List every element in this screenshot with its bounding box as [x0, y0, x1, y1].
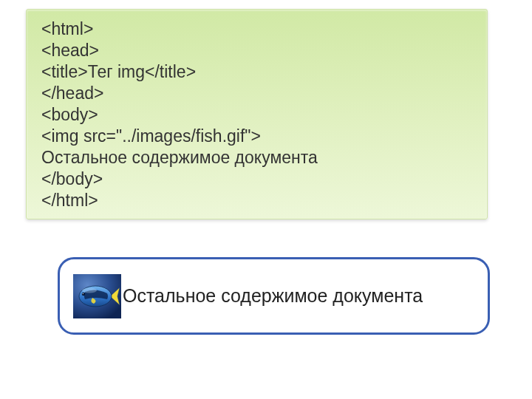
- svg-point-4: [82, 287, 97, 293]
- code-line: <img src="../images/fish.gif">: [41, 126, 472, 147]
- code-line: <head>: [41, 40, 472, 61]
- svg-point-2: [82, 292, 85, 295]
- fish-icon: [73, 274, 121, 318]
- code-line: </body>: [41, 168, 472, 190]
- code-line: <title>Тег img</title>: [41, 61, 472, 83]
- code-line: Остальное содержимое документа: [41, 147, 472, 168]
- code-line: </html>: [41, 190, 472, 211]
- result-text: Остальное содержимое документа: [123, 285, 423, 307]
- code-line: </head>: [41, 83, 472, 104]
- code-line: <body>: [41, 104, 472, 126]
- code-example-box: <html> <head> <title>Тег img</title> </h…: [26, 9, 488, 219]
- result-preview-box: Остальное содержимое документа: [58, 257, 490, 335]
- svg-point-3: [83, 293, 83, 293]
- code-line: <html>: [41, 18, 472, 40]
